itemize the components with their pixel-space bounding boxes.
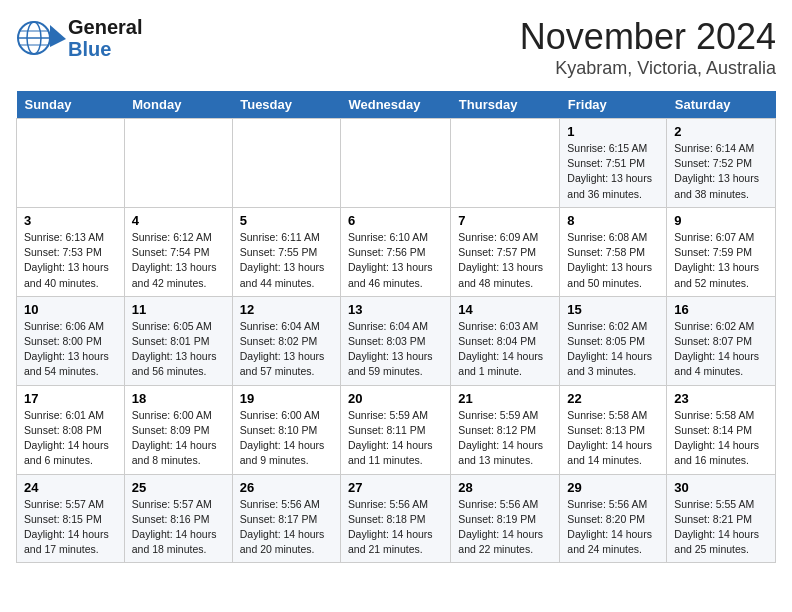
day-info: Sunrise: 6:07 AM Sunset: 7:59 PM Dayligh… bbox=[674, 230, 768, 291]
calendar-title: November 2024 bbox=[520, 16, 776, 58]
day-number: 9 bbox=[674, 213, 768, 228]
day-info: Sunrise: 6:05 AM Sunset: 8:01 PM Dayligh… bbox=[132, 319, 225, 380]
calendar-cell bbox=[124, 119, 232, 208]
calendar-cell: 8Sunrise: 6:08 AM Sunset: 7:58 PM Daylig… bbox=[560, 207, 667, 296]
calendar-cell: 13Sunrise: 6:04 AM Sunset: 8:03 PM Dayli… bbox=[340, 296, 450, 385]
day-number: 24 bbox=[24, 480, 117, 495]
day-number: 15 bbox=[567, 302, 659, 317]
week-row-4: 17Sunrise: 6:01 AM Sunset: 8:08 PM Dayli… bbox=[17, 385, 776, 474]
day-info: Sunrise: 6:04 AM Sunset: 8:03 PM Dayligh… bbox=[348, 319, 443, 380]
day-info: Sunrise: 6:01 AM Sunset: 8:08 PM Dayligh… bbox=[24, 408, 117, 469]
day-number: 16 bbox=[674, 302, 768, 317]
calendar-cell bbox=[17, 119, 125, 208]
day-number: 19 bbox=[240, 391, 333, 406]
day-info: Sunrise: 6:08 AM Sunset: 7:58 PM Dayligh… bbox=[567, 230, 659, 291]
calendar-subtitle: Kyabram, Victoria, Australia bbox=[520, 58, 776, 79]
header-monday: Monday bbox=[124, 91, 232, 119]
week-row-3: 10Sunrise: 6:06 AM Sunset: 8:00 PM Dayli… bbox=[17, 296, 776, 385]
calendar-cell: 15Sunrise: 6:02 AM Sunset: 8:05 PM Dayli… bbox=[560, 296, 667, 385]
day-info: Sunrise: 5:56 AM Sunset: 8:20 PM Dayligh… bbox=[567, 497, 659, 558]
calendar-cell: 27Sunrise: 5:56 AM Sunset: 8:18 PM Dayli… bbox=[340, 474, 450, 563]
day-info: Sunrise: 6:00 AM Sunset: 8:09 PM Dayligh… bbox=[132, 408, 225, 469]
day-info: Sunrise: 6:00 AM Sunset: 8:10 PM Dayligh… bbox=[240, 408, 333, 469]
calendar-cell: 17Sunrise: 6:01 AM Sunset: 8:08 PM Dayli… bbox=[17, 385, 125, 474]
day-number: 18 bbox=[132, 391, 225, 406]
logo: General Blue bbox=[16, 16, 142, 60]
day-number: 22 bbox=[567, 391, 659, 406]
day-number: 23 bbox=[674, 391, 768, 406]
day-info: Sunrise: 6:12 AM Sunset: 7:54 PM Dayligh… bbox=[132, 230, 225, 291]
day-number: 21 bbox=[458, 391, 552, 406]
day-number: 3 bbox=[24, 213, 117, 228]
logo-line2: Blue bbox=[68, 38, 142, 60]
day-number: 1 bbox=[567, 124, 659, 139]
day-number: 2 bbox=[674, 124, 768, 139]
day-info: Sunrise: 5:56 AM Sunset: 8:17 PM Dayligh… bbox=[240, 497, 333, 558]
calendar-cell: 7Sunrise: 6:09 AM Sunset: 7:57 PM Daylig… bbox=[451, 207, 560, 296]
day-info: Sunrise: 5:57 AM Sunset: 8:15 PM Dayligh… bbox=[24, 497, 117, 558]
calendar-cell: 1Sunrise: 6:15 AM Sunset: 7:51 PM Daylig… bbox=[560, 119, 667, 208]
page-header: General Blue November 2024 Kyabram, Vict… bbox=[16, 16, 776, 79]
day-number: 10 bbox=[24, 302, 117, 317]
week-row-1: 1Sunrise: 6:15 AM Sunset: 7:51 PM Daylig… bbox=[17, 119, 776, 208]
calendar-cell: 10Sunrise: 6:06 AM Sunset: 8:00 PM Dayli… bbox=[17, 296, 125, 385]
logo-line1: General bbox=[68, 16, 142, 38]
day-info: Sunrise: 5:56 AM Sunset: 8:19 PM Dayligh… bbox=[458, 497, 552, 558]
calendar-cell: 4Sunrise: 6:12 AM Sunset: 7:54 PM Daylig… bbox=[124, 207, 232, 296]
day-number: 26 bbox=[240, 480, 333, 495]
day-number: 25 bbox=[132, 480, 225, 495]
day-info: Sunrise: 6:11 AM Sunset: 7:55 PM Dayligh… bbox=[240, 230, 333, 291]
header-thursday: Thursday bbox=[451, 91, 560, 119]
day-info: Sunrise: 6:06 AM Sunset: 8:00 PM Dayligh… bbox=[24, 319, 117, 380]
calendar-cell: 16Sunrise: 6:02 AM Sunset: 8:07 PM Dayli… bbox=[667, 296, 776, 385]
day-number: 12 bbox=[240, 302, 333, 317]
day-number: 7 bbox=[458, 213, 552, 228]
day-info: Sunrise: 5:58 AM Sunset: 8:14 PM Dayligh… bbox=[674, 408, 768, 469]
day-info: Sunrise: 6:10 AM Sunset: 7:56 PM Dayligh… bbox=[348, 230, 443, 291]
calendar-cell: 24Sunrise: 5:57 AM Sunset: 8:15 PM Dayli… bbox=[17, 474, 125, 563]
day-number: 14 bbox=[458, 302, 552, 317]
day-info: Sunrise: 5:58 AM Sunset: 8:13 PM Dayligh… bbox=[567, 408, 659, 469]
calendar-cell: 12Sunrise: 6:04 AM Sunset: 8:02 PM Dayli… bbox=[232, 296, 340, 385]
calendar-body: 1Sunrise: 6:15 AM Sunset: 7:51 PM Daylig… bbox=[17, 119, 776, 563]
logo-icon bbox=[16, 17, 68, 59]
calendar-cell: 11Sunrise: 6:05 AM Sunset: 8:01 PM Dayli… bbox=[124, 296, 232, 385]
day-number: 30 bbox=[674, 480, 768, 495]
calendar-cell: 22Sunrise: 5:58 AM Sunset: 8:13 PM Dayli… bbox=[560, 385, 667, 474]
day-number: 29 bbox=[567, 480, 659, 495]
day-info: Sunrise: 6:03 AM Sunset: 8:04 PM Dayligh… bbox=[458, 319, 552, 380]
header-sunday: Sunday bbox=[17, 91, 125, 119]
day-info: Sunrise: 6:15 AM Sunset: 7:51 PM Dayligh… bbox=[567, 141, 659, 202]
calendar-cell: 6Sunrise: 6:10 AM Sunset: 7:56 PM Daylig… bbox=[340, 207, 450, 296]
day-number: 13 bbox=[348, 302, 443, 317]
day-number: 17 bbox=[24, 391, 117, 406]
calendar-cell: 9Sunrise: 6:07 AM Sunset: 7:59 PM Daylig… bbox=[667, 207, 776, 296]
week-row-2: 3Sunrise: 6:13 AM Sunset: 7:53 PM Daylig… bbox=[17, 207, 776, 296]
calendar-cell: 23Sunrise: 5:58 AM Sunset: 8:14 PM Dayli… bbox=[667, 385, 776, 474]
day-number: 5 bbox=[240, 213, 333, 228]
calendar-cell: 2Sunrise: 6:14 AM Sunset: 7:52 PM Daylig… bbox=[667, 119, 776, 208]
calendar-cell: 19Sunrise: 6:00 AM Sunset: 8:10 PM Dayli… bbox=[232, 385, 340, 474]
calendar-cell: 5Sunrise: 6:11 AM Sunset: 7:55 PM Daylig… bbox=[232, 207, 340, 296]
day-info: Sunrise: 6:13 AM Sunset: 7:53 PM Dayligh… bbox=[24, 230, 117, 291]
day-number: 8 bbox=[567, 213, 659, 228]
day-number: 11 bbox=[132, 302, 225, 317]
calendar-cell: 26Sunrise: 5:56 AM Sunset: 8:17 PM Dayli… bbox=[232, 474, 340, 563]
week-row-5: 24Sunrise: 5:57 AM Sunset: 8:15 PM Dayli… bbox=[17, 474, 776, 563]
day-number: 28 bbox=[458, 480, 552, 495]
calendar-cell: 3Sunrise: 6:13 AM Sunset: 7:53 PM Daylig… bbox=[17, 207, 125, 296]
day-info: Sunrise: 6:02 AM Sunset: 8:05 PM Dayligh… bbox=[567, 319, 659, 380]
calendar-cell bbox=[340, 119, 450, 208]
day-info: Sunrise: 5:59 AM Sunset: 8:12 PM Dayligh… bbox=[458, 408, 552, 469]
calendar-table: SundayMondayTuesdayWednesdayThursdayFrid… bbox=[16, 91, 776, 563]
svg-marker-5 bbox=[50, 25, 66, 47]
day-number: 4 bbox=[132, 213, 225, 228]
day-info: Sunrise: 5:59 AM Sunset: 8:11 PM Dayligh… bbox=[348, 408, 443, 469]
title-block: November 2024 Kyabram, Victoria, Austral… bbox=[520, 16, 776, 79]
day-number: 20 bbox=[348, 391, 443, 406]
header-tuesday: Tuesday bbox=[232, 91, 340, 119]
calendar-cell: 14Sunrise: 6:03 AM Sunset: 8:04 PM Dayli… bbox=[451, 296, 560, 385]
calendar-cell: 21Sunrise: 5:59 AM Sunset: 8:12 PM Dayli… bbox=[451, 385, 560, 474]
calendar-cell: 30Sunrise: 5:55 AM Sunset: 8:21 PM Dayli… bbox=[667, 474, 776, 563]
header-wednesday: Wednesday bbox=[340, 91, 450, 119]
